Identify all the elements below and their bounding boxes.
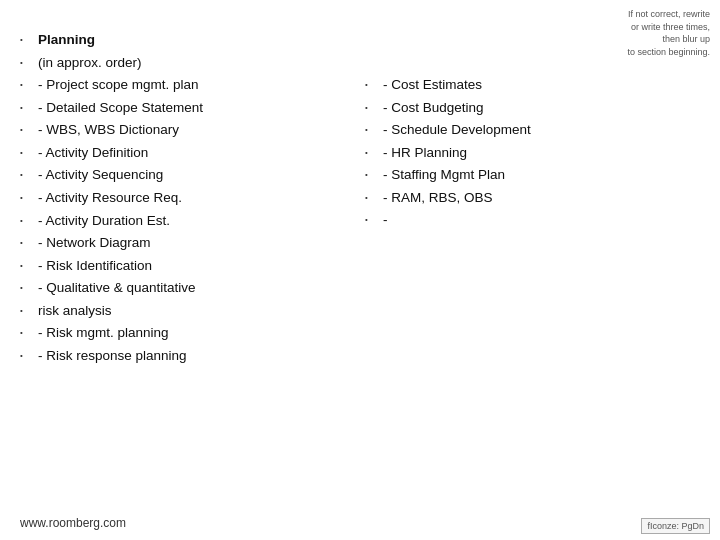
right-list-item: •- xyxy=(365,210,700,230)
right-list-item: •- HR Planning xyxy=(365,143,700,163)
list-item-text: - Network Diagram xyxy=(38,233,151,253)
left-list-item: •- Activity Duration Est. xyxy=(20,211,355,231)
bullet-icon: • xyxy=(20,34,38,46)
left-list-item: •- Activity Definition xyxy=(20,143,355,163)
note-line3: then blur up xyxy=(662,34,710,44)
bullet-icon: • xyxy=(365,214,383,226)
bullet-icon: • xyxy=(20,192,38,204)
note-line1: If not correct, rewrite xyxy=(628,9,710,19)
list-item-text: - Schedule Development xyxy=(383,120,531,140)
right-list: •- Cost Estimates•- Cost Budgeting•- Sch… xyxy=(365,75,700,230)
list-item-text: - HR Planning xyxy=(383,143,467,163)
list-item-text: - RAM, RBS, OBS xyxy=(383,188,493,208)
footer: www.roomberg.com xyxy=(20,516,126,530)
list-item-text: - Risk response planning xyxy=(38,346,187,366)
list-item-text: - Project scope mgmt. plan xyxy=(38,75,199,95)
bullet-icon: • xyxy=(365,102,383,114)
list-item-text: Planning xyxy=(38,30,95,50)
list-item-text: risk analysis xyxy=(38,301,112,321)
bottom-right-badge: fIconze: PgDn xyxy=(641,518,710,534)
main-container: •Planning•(in approx. order)•- Project s… xyxy=(0,0,720,540)
right-list-item: •- Schedule Development xyxy=(365,120,700,140)
bullet-icon: • xyxy=(20,305,38,317)
left-list-item: •- Risk response planning xyxy=(20,346,355,366)
bullet-icon: • xyxy=(365,147,383,159)
list-item-text: - Staffing Mgmt Plan xyxy=(383,165,505,185)
right-list-item: •- Cost Budgeting xyxy=(365,98,700,118)
right-list-item: •- RAM, RBS, OBS xyxy=(365,188,700,208)
right-list-item: •- Staffing Mgmt Plan xyxy=(365,165,700,185)
list-item-text: - Cost Estimates xyxy=(383,75,482,95)
list-item-text: - Qualitative & quantitative xyxy=(38,278,196,298)
bullet-icon: • xyxy=(20,237,38,249)
list-item-text: (in approx. order) xyxy=(38,53,142,73)
top-right-note: If not correct, rewrite or write three t… xyxy=(627,8,710,58)
list-item-text: - Activity Duration Est. xyxy=(38,211,170,231)
list-item-text: - Detailed Scope Statement xyxy=(38,98,203,118)
bullet-icon: • xyxy=(20,282,38,294)
list-item-text: - Activity Definition xyxy=(38,143,148,163)
bullet-icon: • xyxy=(365,79,383,91)
left-list-item: •- Project scope mgmt. plan xyxy=(20,75,355,95)
list-item-text: - WBS, WBS Dictionary xyxy=(38,120,179,140)
left-list-item: •- Risk mgmt. planning xyxy=(20,323,355,343)
bullet-icon: • xyxy=(20,79,38,91)
list-item-text: - Risk mgmt. planning xyxy=(38,323,169,343)
bullet-icon: • xyxy=(20,147,38,159)
bullet-icon: • xyxy=(20,350,38,362)
left-list-item: •- Network Diagram xyxy=(20,233,355,253)
left-list-item: •- Detailed Scope Statement xyxy=(20,98,355,118)
bullet-icon: • xyxy=(20,260,38,272)
list-item-text: - Risk Identification xyxy=(38,256,152,276)
left-list-item: •- Risk Identification xyxy=(20,256,355,276)
left-list-item: •- Activity Sequencing xyxy=(20,165,355,185)
bullet-icon: • xyxy=(365,169,383,181)
list-item-text: - Cost Budgeting xyxy=(383,98,484,118)
bullet-icon: • xyxy=(20,102,38,114)
bullet-icon: • xyxy=(20,124,38,136)
right-list-item: •- Cost Estimates xyxy=(365,75,700,95)
right-column: •- Cost Estimates•- Cost Budgeting•- Sch… xyxy=(355,20,700,490)
left-list: •Planning•(in approx. order)•- Project s… xyxy=(20,30,355,365)
list-item-text: - xyxy=(383,210,388,230)
bullet-icon: • xyxy=(20,169,38,181)
bullet-icon: • xyxy=(365,192,383,204)
note-line4: to section beginning. xyxy=(627,47,710,57)
list-item-text: - Activity Resource Req. xyxy=(38,188,182,208)
list-item-text: - Activity Sequencing xyxy=(38,165,163,185)
bullet-icon: • xyxy=(20,215,38,227)
bullet-icon: • xyxy=(20,57,38,69)
website-label: www.roomberg.com xyxy=(20,516,126,530)
left-column: •Planning•(in approx. order)•- Project s… xyxy=(20,20,355,490)
left-list-item: •(in approx. order) xyxy=(20,53,355,73)
note-line2: or write three times, xyxy=(631,22,710,32)
left-list-item: • risk analysis xyxy=(20,301,355,321)
left-list-item: •- Qualitative & quantitative xyxy=(20,278,355,298)
left-list-item: •Planning xyxy=(20,30,355,50)
left-list-item: •- Activity Resource Req. xyxy=(20,188,355,208)
left-list-item: •- WBS, WBS Dictionary xyxy=(20,120,355,140)
bullet-icon: • xyxy=(365,124,383,136)
bullet-icon: • xyxy=(20,327,38,339)
